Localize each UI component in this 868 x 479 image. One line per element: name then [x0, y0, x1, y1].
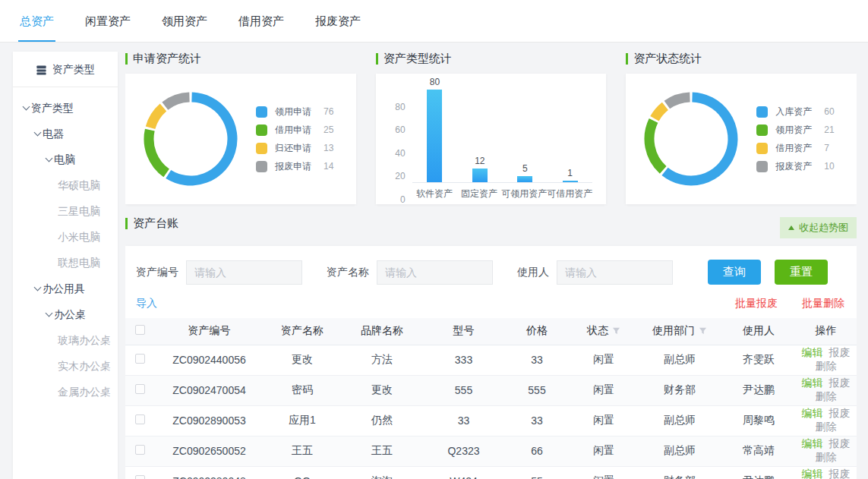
- row-checkbox[interactable]: [135, 445, 145, 455]
- legend-value: 21: [824, 124, 834, 135]
- cell-brand: 更改: [340, 375, 424, 405]
- edit-link[interactable]: 编辑: [802, 468, 823, 479]
- tab-报废资产[interactable]: 报废资产: [314, 0, 362, 42]
- y-axis-tick: 40: [395, 148, 405, 159]
- row-checkbox-cell: [125, 375, 154, 405]
- database-icon: [36, 65, 47, 76]
- x-axis-label: 可领用资产: [501, 188, 547, 200]
- cell-price: 555: [503, 375, 570, 405]
- reset-button[interactable]: 重置: [775, 260, 828, 285]
- search-input-使用人[interactable]: [557, 260, 673, 285]
- scrap-link[interactable]: 报废: [829, 437, 851, 449]
- asset-type-tree: 资产类型电器电脑华硕电脑三星电脑小米电脑联想电脑办公用具办公桌玻璃办公桌实木办公…: [13, 87, 118, 405]
- cell-asset-code: ZC0902650052: [154, 436, 264, 466]
- delete-link[interactable]: 删除: [816, 421, 837, 433]
- legend-value: 14: [324, 161, 333, 172]
- scrap-link[interactable]: 报废: [829, 346, 851, 358]
- ledger-title: 资产台账: [125, 216, 178, 231]
- donut-chart: [642, 90, 740, 188]
- donut-segment-借用资产: [655, 106, 665, 118]
- legend-item-借用申请[interactable]: 借用申请25: [256, 124, 333, 137]
- tree-item-联想电脑[interactable]: 联想电脑: [13, 250, 118, 276]
- delete-link[interactable]: 删除: [816, 390, 837, 402]
- legend-item-报废申请[interactable]: 报废申请14: [256, 160, 333, 173]
- x-axis-label: 可借用资产: [547, 188, 592, 200]
- collapse-trend-button[interactable]: 收起趋势图: [780, 217, 857, 238]
- search-input-资产名称[interactable]: [377, 260, 493, 285]
- chart-title-资产状态统计: 资产状态统计: [626, 52, 857, 66]
- cell-department: 副总师: [637, 345, 722, 375]
- edit-link[interactable]: 编辑: [802, 346, 823, 358]
- legend-item-借用资产[interactable]: 借用资产7: [756, 142, 834, 155]
- sidebar-title: 资产类型: [52, 63, 95, 77]
- edit-link[interactable]: 编辑: [802, 377, 823, 389]
- scrap-link[interactable]: 报废: [829, 407, 851, 419]
- row-checkbox[interactable]: [135, 354, 145, 364]
- scrap-link[interactable]: 报废: [829, 468, 851, 479]
- tab-领用资产[interactable]: 领用资产: [160, 0, 209, 42]
- edit-link[interactable]: 编辑: [802, 407, 823, 419]
- query-button[interactable]: 查询: [708, 260, 761, 285]
- sidebar-header: 资产类型: [13, 52, 118, 87]
- column-header-型号: 型号: [424, 318, 503, 345]
- tree-item-小米电脑[interactable]: 小米电脑: [13, 224, 118, 250]
- legend-item-报废资产[interactable]: 报废资产10: [756, 160, 834, 173]
- column-header-资产名称: 资产名称: [264, 318, 340, 345]
- legend-item-领用资产[interactable]: 领用资产21: [756, 124, 834, 137]
- table-row: ZC0902890053应用1仍然3333闲置副总师周黎鸣编辑报废删除: [125, 405, 857, 436]
- delete-link[interactable]: 删除: [816, 360, 837, 372]
- import-link[interactable]: 导入: [136, 297, 157, 310]
- y-axis-tick: 20: [395, 171, 405, 181]
- row-checkbox[interactable]: [135, 475, 145, 479]
- batch-delete-link[interactable]: 批量删除: [802, 297, 844, 309]
- legend-value: 25: [324, 124, 333, 135]
- bar: [563, 181, 578, 182]
- search-input-资产编号[interactable]: [186, 260, 302, 285]
- legend-item-领用申请[interactable]: 领用申请76: [256, 106, 333, 118]
- cell-asset-name: GG: [264, 466, 340, 479]
- cell-department: 财务部: [637, 375, 722, 405]
- tree-item-实木办公桌[interactable]: 实木办公桌: [13, 353, 118, 379]
- cell-operations: 编辑报废删除: [795, 436, 857, 466]
- cell-price: 33: [503, 345, 570, 375]
- section-marker: [626, 53, 628, 65]
- tree-item-办公用具[interactable]: 办公用具: [13, 276, 118, 301]
- tree-item-电脑[interactable]: 电脑: [13, 147, 118, 172]
- donut-segment-入库资产: [665, 97, 733, 181]
- tree-item-金属办公桌[interactable]: 金属办公桌: [13, 379, 118, 405]
- tab-借用资产[interactable]: 借用资产: [237, 0, 286, 42]
- scrap-link[interactable]: 报废: [829, 377, 851, 389]
- cell-brand: 王五: [340, 436, 424, 466]
- tree-item-玻璃办公桌[interactable]: 玻璃办公桌: [13, 327, 118, 353]
- chevron-down-icon: [34, 129, 42, 137]
- ledger-panel: 资产编号资产名称使用人查询 重置 导入 批量报废 批量删除 资产编号资产名称品牌…: [125, 246, 857, 479]
- search-group-使用人: 使用人: [517, 260, 673, 285]
- legend-item-入库资产[interactable]: 入库资产60: [756, 106, 834, 118]
- x-axis-label: 软件资产: [412, 188, 457, 200]
- column-header-价格: 价格: [503, 318, 570, 345]
- row-checkbox[interactable]: [135, 384, 145, 394]
- delete-link[interactable]: 删除: [816, 451, 837, 463]
- y-axis-tick: 80: [395, 102, 405, 112]
- tree-item-三星电脑[interactable]: 三星电脑: [13, 198, 118, 224]
- filter-icon[interactable]: [612, 326, 620, 335]
- select-all-checkbox[interactable]: [135, 325, 145, 335]
- cell-user: 周黎鸣: [722, 405, 795, 436]
- cell-status: 闲置: [570, 436, 637, 466]
- tree-item-资产类型[interactable]: 资产类型: [13, 95, 118, 121]
- chevron-down-icon: [34, 284, 42, 291]
- chart-section-资产状态统计: 资产状态统计入库资产60领用资产21借用资产7报废资产10: [626, 52, 857, 204]
- tab-总资产[interactable]: 总资产: [18, 0, 55, 42]
- tree-item-办公桌[interactable]: 办公桌: [13, 301, 118, 327]
- filter-icon[interactable]: [699, 326, 707, 335]
- cell-status: 闲置: [570, 345, 637, 375]
- legend-item-归还申请[interactable]: 归还申请13: [256, 142, 333, 155]
- tree-item-华硕电脑[interactable]: 华硕电脑: [13, 172, 118, 198]
- tree-item-label: 联想电脑: [58, 257, 100, 269]
- cell-operations: 编辑报废删除: [795, 345, 857, 375]
- edit-link[interactable]: 编辑: [802, 437, 823, 449]
- tree-item-电器[interactable]: 电器: [13, 121, 118, 147]
- row-checkbox[interactable]: [135, 414, 145, 424]
- batch-scrap-link[interactable]: 批量报废: [735, 297, 778, 309]
- tab-闲置资产[interactable]: 闲置资产: [84, 0, 132, 42]
